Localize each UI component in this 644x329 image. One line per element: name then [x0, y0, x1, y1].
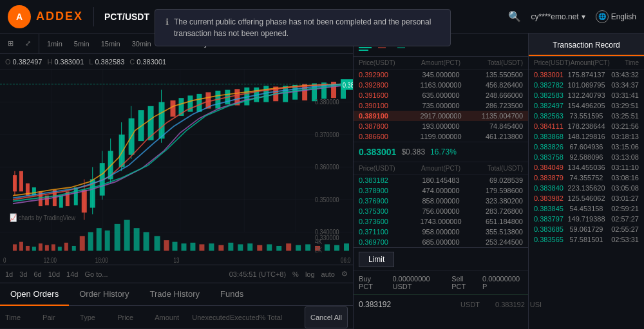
- chart-period-14d[interactable]: 14d: [66, 270, 78, 278]
- chart-settings-icon[interactable]: ⚙: [341, 270, 348, 278]
- table-row[interactable]: 0.383182 180.145483 69.028539: [354, 175, 528, 185]
- transaction-record: Transaction Record Price(USDT) Amount(PC…: [529, 33, 644, 329]
- ask-rows: 0.392900 345.000000 135.550500 0.392800 …: [354, 70, 528, 142]
- svg-rect-62: [52, 244, 55, 250]
- cancel-all-button[interactable]: Cancel All: [305, 306, 348, 328]
- svg-text:0.383001: 0.383001: [343, 81, 353, 89]
- svg-text:2K: 2K: [315, 246, 322, 254]
- user-info[interactable]: cy****emo.net ▾: [531, 12, 585, 21]
- chart-pct[interactable]: %: [292, 270, 299, 278]
- table-row[interactable]: 0.389100 2917.000000 1135.004700: [354, 111, 528, 121]
- list-item: 0.383565 57.581501 02:53:31: [529, 234, 644, 245]
- list-item: 0.383845 54.453158 02:59:21: [529, 203, 644, 214]
- expand-icon-btn[interactable]: ⤢: [21, 38, 35, 49]
- mid-price-row: 0.383001 $0.383 16.73%: [354, 142, 528, 162]
- table-row[interactable]: 0.373600 1743.000000 651.184800: [354, 216, 528, 227]
- table-row[interactable]: 0.390100 735.000000 286.723500: [354, 100, 528, 111]
- language-selector[interactable]: 🌐 English: [596, 10, 636, 23]
- txn-col-amount: Amount(PCT): [571, 59, 610, 66]
- tab-open-orders[interactable]: Open Orders: [0, 283, 69, 306]
- svg-rect-88: [286, 243, 291, 250]
- svg-rect-74: [155, 236, 160, 251]
- chart-auto[interactable]: auto: [321, 270, 335, 278]
- grid-icon-btn[interactable]: ⊞: [4, 38, 17, 49]
- limit-tab[interactable]: Limit: [359, 252, 394, 267]
- tab-order-history[interactable]: Order History: [69, 283, 139, 306]
- svg-rect-76: [173, 242, 178, 251]
- header-divider: [93, 7, 94, 26]
- txn-tab-active[interactable]: Transaction Record: [529, 33, 644, 56]
- bottom-tabs-row: Open Orders Order History Trade History …: [0, 283, 353, 306]
- search-icon[interactable]: 🔍: [508, 10, 521, 23]
- list-item: 0.383879 74.355752 03:08:16: [529, 173, 644, 183]
- chart-period-3d[interactable]: 3d: [19, 270, 27, 278]
- chart-period-10d[interactable]: 10d: [48, 270, 60, 278]
- svg-rect-80: [209, 243, 214, 250]
- table-row[interactable]: 0.375300 756.000000 283.726800: [354, 206, 528, 216]
- txn-col-time: Time: [610, 59, 639, 66]
- chart-log[interactable]: log: [305, 270, 315, 278]
- table-row[interactable]: 0.376900 858.000000 323.380200: [354, 196, 528, 206]
- sell-pct-value: 0.00000000 P: [482, 275, 523, 290]
- language-label: English: [611, 12, 636, 21]
- timeframe-15min[interactable]: 15min: [97, 39, 124, 49]
- svg-rect-70: [115, 224, 120, 251]
- ohlc-high: H 0.383001: [47, 58, 84, 66]
- trading-pair[interactable]: PCT/USDT: [104, 12, 149, 22]
- price-input-2-val: 0.383192: [495, 301, 525, 308]
- list-item: 0.383840 223.135620 03:05:08: [529, 183, 644, 193]
- svg-text:0: 0: [3, 258, 6, 265]
- buy-pct-label: Buy PCT: [359, 275, 384, 290]
- list-item: 0.384111 178.238644 03:21:56: [529, 121, 644, 131]
- svg-rect-61: [45, 245, 49, 251]
- svg-text:12:00: 12:00: [44, 258, 57, 265]
- svg-rect-64: [64, 243, 68, 251]
- price-input-1[interactable]: [359, 300, 455, 309]
- currency-label-1: USDT: [460, 301, 480, 308]
- svg-rect-66: [80, 236, 85, 251]
- table-row[interactable]: 0.386600 1199.000000 461.213800: [354, 131, 528, 142]
- svg-rect-84: [247, 243, 252, 250]
- svg-rect-93: [334, 245, 339, 251]
- bid-rows: Price(USDT) Amount(PCT) Total(USDT) 0.38…: [354, 162, 528, 247]
- txn-col-price: Price(USDT): [534, 59, 571, 66]
- list-item: 0.384049 134.455036 03:11:10: [529, 162, 644, 173]
- table-row[interactable]: 0.391600 635.000000 248.666000: [354, 90, 528, 100]
- svg-rect-83: [238, 244, 243, 250]
- svg-rect-68: [97, 228, 102, 250]
- ob-bid-col-headers: Price(USDT) Amount(PCT) Total(USDT): [354, 162, 528, 175]
- chart-period-1d[interactable]: 1d: [5, 270, 13, 278]
- chart-svg: 0.380000 0.370000 0.360000 0.350000 0.34…: [0, 70, 353, 265]
- timeframe-30min[interactable]: 30min: [128, 39, 155, 49]
- svg-text:18:00: 18:00: [95, 258, 108, 265]
- price-input-row-1: USDT 0.383192 USI: [354, 294, 528, 314]
- table-row[interactable]: 0.371100 958.000000 355.513800: [354, 227, 528, 237]
- list-item: 0.383001 175.874137 03:43:32: [529, 70, 644, 80]
- svg-rect-69: [105, 230, 110, 251]
- chart-goto[interactable]: Go to...: [84, 270, 108, 278]
- ob-col-headers: Price(USDT) Amount(PCT) Total(USDT): [354, 57, 528, 70]
- ob-col-total: Total(USDT): [468, 59, 523, 66]
- chart-period-6d[interactable]: 6d: [34, 270, 42, 278]
- right-side: Price(USDT) Amount(PCT) Total(USDT) 0.39…: [354, 33, 644, 329]
- table-row[interactable]: 0.369700 685.000000 253.244500: [354, 237, 528, 247]
- timeframe-5min[interactable]: 5min: [70, 39, 93, 49]
- table-row[interactable]: 0.392900 345.000000 135.550500: [354, 70, 528, 80]
- orders-table-header: Time Pair Type Price Amount Unexecuted E…: [0, 306, 353, 329]
- table-row[interactable]: 0.387800 193.000000 74.845400: [354, 121, 528, 131]
- tab-trade-history[interactable]: Trade History: [139, 283, 210, 306]
- svg-rect-12: [19, 171, 23, 192]
- logo-icon: A: [8, 5, 31, 28]
- timeframe-1min[interactable]: 1min: [43, 39, 66, 49]
- table-row[interactable]: 0.392800 1163.000000 456.826400: [354, 80, 528, 90]
- chevron-down-icon: ▾: [582, 12, 585, 21]
- chart-bottom-bar: 1d 3d 6d 10d 14d Go to... 03:45:51 (UTC+…: [0, 265, 353, 283]
- svg-rect-60: [39, 243, 43, 250]
- divider: [39, 34, 39, 53]
- list-item: 0.382782 101.069795 03:34:37: [529, 80, 644, 90]
- tab-funds[interactable]: Funds: [210, 283, 254, 306]
- svg-rect-77: [181, 243, 186, 250]
- notification-banner: ℹ The current public offering phase has …: [155, 9, 451, 46]
- svg-rect-94: [344, 243, 349, 250]
- table-row[interactable]: 0.378900 474.000000 179.598600: [354, 185, 528, 196]
